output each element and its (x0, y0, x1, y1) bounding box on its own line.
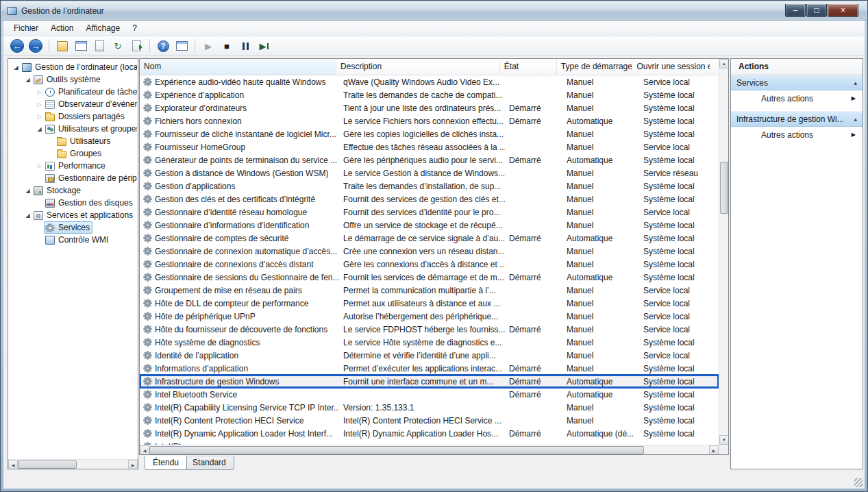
refresh-button[interactable]: ↻ (110, 38, 126, 54)
service-description: Le service Gestion à distance de Windows… (339, 169, 505, 178)
tree-item-outils-systeme[interactable]: ◢Outils système (9, 73, 137, 86)
service-row-fournisseur-de-cliche-instantane-de-logiciel-micr[interactable]: Fournisseur de cliché instantané de logi… (140, 127, 719, 140)
service-row-identite-de-l-application[interactable]: Identité de l’applicationDétermine et vé… (140, 349, 719, 362)
tree-item-performance[interactable]: ▷Performance (9, 160, 137, 172)
resize-grip[interactable] (854, 478, 863, 487)
service-row-gestionnaire-d-identite-reseau-homologue[interactable]: Gestionnaire d’identité réseau homologue… (140, 206, 719, 219)
tab-etendu[interactable]: Étendu (145, 456, 187, 470)
tree-horizontal-scrollbar[interactable]: ◀ ▶ (8, 459, 138, 469)
menu-item-action[interactable]: Action (45, 21, 79, 35)
stop-service-button[interactable]: ■ (219, 38, 235, 54)
menu-item-fichier[interactable]: Fichier (8, 21, 45, 35)
tree-item-controle-wmi[interactable]: Contrôle WMI (9, 234, 137, 246)
tree-scroll-left-button[interactable]: ◀ (8, 460, 18, 469)
service-row-intel-bluetooth-service[interactable]: Intel Bluetooth ServiceDémarréAutomatiqu… (140, 388, 719, 401)
service-row-gestion-a-distance-de-windows-gestion-wsm[interactable]: Gestion à distance de Windows (Gestion W… (140, 167, 719, 180)
scroll-up-button[interactable]: ▲ (719, 59, 729, 69)
service-row-hote-de-peripherique-upnp[interactable]: Hôte de périphérique UPnPAutorise l’hébe… (140, 310, 719, 323)
service-row-hote-de-dll-de-compteur-de-performance[interactable]: Hôte de DLL de compteur de performancePe… (140, 297, 719, 310)
tree-expander-icon[interactable]: ◢ (23, 188, 32, 194)
export-button[interactable] (54, 38, 71, 54)
console-window-button[interactable] (73, 38, 89, 54)
forward-button[interactable]: → (27, 38, 44, 54)
column-header-description[interactable]: Description (336, 59, 500, 75)
service-row-intel-r-content-protection-heci-service[interactable]: Intel(R) Content Protection HECI Service… (140, 414, 719, 427)
menu-item-item[interactable]: ? (126, 21, 143, 35)
service-row-experience-audio-video-haute-qualite-windows[interactable]: Expérience audio-vidéo haute qualité Win… (140, 75, 719, 88)
start-service-button[interactable]: ▶ (200, 38, 216, 54)
list-horizontal-scrollbar[interactable]: ◀ ▶ (140, 445, 719, 454)
menu-item-affichage[interactable]: Affichage (79, 21, 126, 35)
scroll-left-button[interactable]: ◀ (140, 445, 149, 455)
action-group-header-services[interactable]: Services▴ (731, 75, 863, 90)
help-button[interactable]: ? (155, 38, 171, 54)
maximize-button[interactable]: □ (806, 4, 827, 17)
tree-expander-icon[interactable]: ▷ (35, 89, 44, 95)
tree-item-services[interactable]: Services (9, 221, 137, 234)
scroll-right-button[interactable]: ▶ (709, 445, 719, 455)
tree-expander-icon[interactable]: ◢ (35, 126, 44, 132)
tree-item-services-et-applications[interactable]: ◢Services et applications (9, 209, 137, 221)
service-row-intel-r-capability-licensing-service-tcp-ip-inter[interactable]: Intel(R) Capability Licensing Service TC… (140, 401, 719, 414)
export-list-button[interactable] (128, 38, 145, 54)
tree-scroll-thumb[interactable] (18, 460, 77, 469)
action-pane-button[interactable] (173, 38, 190, 54)
service-row-fichiers-hors-connexion[interactable]: Fichiers hors connexionLe service Fichie… (140, 114, 719, 127)
service-row-explorateur-d-ordinateurs[interactable]: Explorateur d’ordinateursTient à jour un… (140, 101, 719, 114)
tree-item-gestionnaire-de-periphe[interactable]: Gestionnaire de périphé (9, 172, 137, 184)
action-group-header-infrastructure-de-gestion-wi[interactable]: Infrastructure de gestion Wi...▴ (731, 111, 863, 127)
tree-expander-icon[interactable]: ▷ (35, 101, 44, 108)
service-row-intel-r[interactable]: Intel(R) (140, 440, 719, 445)
tree-expander-icon[interactable]: ◢ (23, 212, 32, 219)
minimize-button[interactable]: – (785, 4, 806, 17)
service-logon-as: Système local (639, 429, 718, 439)
column-header-etat[interactable]: État (500, 59, 557, 75)
action-item-autres-actions[interactable]: Autres actions▶ (731, 127, 863, 143)
tree-expander-icon[interactable]: ◢ (23, 77, 32, 83)
service-row-infrastructure-de-gestion-windows[interactable]: Infrastructure de gestion WindowsFournit… (140, 375, 719, 388)
tree-item-planificateur-de-taches[interactable]: ▷Planificateur de tâches (9, 86, 137, 98)
back-button[interactable]: ← (9, 38, 25, 54)
service-row-gestionnaire-de-connexion-automatique-d-acces[interactable]: Gestionnaire de connexion automatique d’… (140, 245, 719, 258)
action-item-autres-actions[interactable]: Autres actions▶ (731, 90, 863, 106)
service-row-groupement-de-mise-en-reseau-de-pairs[interactable]: Groupement de mise en réseau de pairsPer… (140, 284, 719, 297)
service-row-gestion-d-applications[interactable]: Gestion d’applicationsTraite les demande… (140, 180, 719, 193)
tree-item-utilisateurs-et-groupes-l[interactable]: ◢Utilisateurs et groupes l (9, 123, 137, 135)
column-header-nom[interactable]: Nom (140, 59, 336, 75)
properties-button[interactable] (91, 38, 108, 54)
service-row-gestionnaire-de-comptes-de-securite[interactable]: Gestionnaire de comptes de sécuritéLe dé… (140, 232, 719, 245)
tree-expander-icon[interactable]: ▷ (35, 163, 44, 169)
service-row-fournisseur-homegroup[interactable]: Fournisseur HomeGroupEffectue des tâches… (140, 140, 719, 153)
tree-item-stockage[interactable]: ◢Stockage (9, 184, 137, 197)
vertical-scroll-thumb[interactable] (720, 162, 728, 214)
horizontal-scroll-thumb[interactable] (149, 446, 644, 454)
tree-item-utilisateurs[interactable]: Utilisateurs (9, 135, 137, 147)
tree-item-gestion-des-disques[interactable]: Gestion des disques (9, 197, 137, 209)
tree-item-groupes[interactable]: Groupes (9, 147, 137, 160)
column-header-type-de-demarrage[interactable]: Type de démarrage (557, 59, 633, 75)
column-header-ouvrir-une-session-e[interactable]: Ouvrir une session e (632, 59, 710, 75)
tree-item-dossiers-partages[interactable]: ▷Dossiers partagés (9, 110, 137, 123)
tree-item-gestion-de-l-ordinateur-local[interactable]: ◢Gestion de l’ordinateur (local) (9, 61, 137, 73)
service-row-hote-systeme-de-diagnostics[interactable]: Hôte système de diagnosticsLe service Hô… (140, 336, 719, 349)
service-row-gestion-des-cles-et-des-certificats-d-integrite[interactable]: Gestion des clés et des certificats d’in… (140, 193, 719, 206)
service-row-hote-du-fournisseur-de-decouverte-de-fonctions[interactable]: Hôte du fournisseur de découverte de fon… (140, 323, 719, 336)
service-row-generateur-de-points-de-terminaison-du-service[interactable]: Générateur de points de terminaison du s… (140, 153, 719, 167)
pause-service-button[interactable] (237, 38, 253, 54)
service-row-informations-d-application[interactable]: Informations d’applicationPermet d’exécu… (140, 362, 719, 375)
titlebar[interactable]: Gestion de l’ordinateur – □ × (1, 1, 867, 21)
service-row-gestionnaire-d-informations-d-identification[interactable]: Gestionnaire d’informations d’identifica… (140, 219, 719, 232)
tree-item-observateur-d-eveneme[interactable]: ▷Observateur d’événeme (9, 98, 137, 110)
tree-expander-icon[interactable]: ▷ (35, 114, 44, 120)
tree-scroll-right-button[interactable]: ▶ (128, 460, 138, 469)
restart-service-button[interactable]: ▶ (256, 38, 272, 54)
close-button[interactable]: × (828, 4, 858, 17)
list-vertical-scrollbar[interactable]: ▲ ▼ (719, 59, 728, 445)
service-row-gestionnaire-de-sessions-du-gestionnaire-de-fen[interactable]: Gestionnaire de sessions du Gestionnaire… (140, 271, 719, 284)
service-row-intel-r-dynamic-application-loader-host-interf[interactable]: Intel(R) Dynamic Application Loader Host… (140, 427, 719, 440)
service-row-experience-d-application[interactable]: Expérience d’applicationTraite les deman… (140, 88, 719, 101)
service-row-gestionnaire-de-connexions-d-acces-distant[interactable]: Gestionnaire de connexions d’accès dista… (140, 258, 719, 271)
scroll-down-button[interactable]: ▼ (719, 435, 729, 445)
tree-expander-icon[interactable]: ◢ (12, 64, 21, 71)
tab-standard[interactable]: Standard (184, 456, 234, 470)
